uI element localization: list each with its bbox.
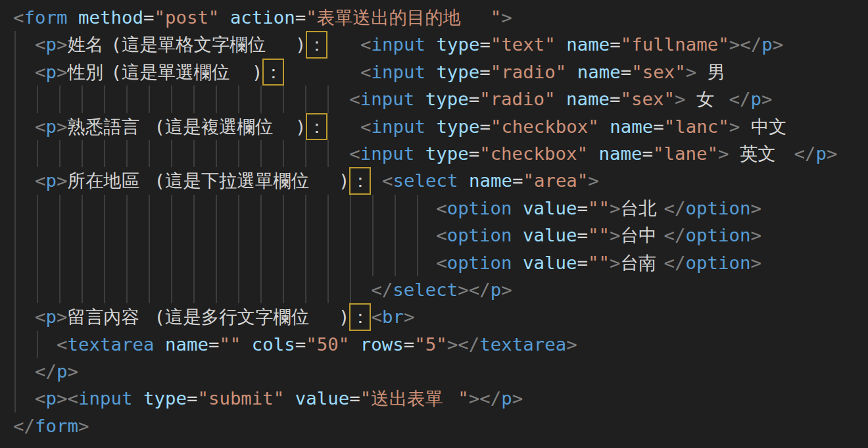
code-token: "text" bbox=[491, 34, 556, 55]
code-token bbox=[13, 225, 436, 245]
code-token: < bbox=[436, 225, 447, 245]
code-token: br bbox=[382, 307, 404, 327]
code-token bbox=[327, 116, 360, 137]
code-token: ( bbox=[154, 307, 165, 327]
code-token: </ bbox=[458, 334, 479, 355]
code-token: </ bbox=[479, 388, 501, 409]
code-token: < bbox=[371, 307, 382, 327]
code-token bbox=[588, 143, 599, 164]
code-token: </ bbox=[13, 416, 35, 436]
code-token: option bbox=[686, 225, 751, 245]
code-line-content: <p><input type="submit" value="送出表單"></p… bbox=[13, 388, 523, 409]
code-token: > bbox=[57, 62, 68, 82]
code-token: "sex" bbox=[631, 62, 685, 82]
code-token: option bbox=[447, 198, 512, 218]
code-token: rows bbox=[360, 334, 404, 355]
code-token: cols bbox=[252, 334, 295, 355]
code-token: < bbox=[35, 34, 46, 55]
code-token bbox=[425, 62, 437, 82]
code-token: < bbox=[436, 198, 447, 218]
code-token: 所在地區 bbox=[67, 167, 154, 194]
code-token: 英文 bbox=[740, 140, 783, 167]
code-line-content: <p>姓名(這是單格文字欄位)： <input type="text" name… bbox=[13, 34, 783, 55]
code-token bbox=[458, 170, 469, 191]
code-token: select bbox=[393, 280, 458, 300]
code-line-content: <p>熟悉語言(這是複選欄位)： <input type="checkbox" … bbox=[13, 116, 794, 137]
code-token: type bbox=[436, 62, 479, 82]
code-token: "lanc" bbox=[664, 116, 729, 137]
code-token: < bbox=[35, 388, 46, 409]
code-line-content: <form method="post" action="表單送出的目的地"> bbox=[13, 7, 512, 28]
code-token: ( bbox=[154, 116, 165, 137]
code-token: p bbox=[45, 116, 57, 137]
code-token: > bbox=[610, 253, 621, 273]
code-token: " bbox=[458, 388, 469, 409]
code-token bbox=[349, 334, 360, 355]
code-token: </ bbox=[664, 225, 686, 245]
code-token: value bbox=[523, 253, 577, 273]
code-token: > bbox=[57, 388, 68, 409]
code-token: 這是下拉選單欄位 bbox=[165, 167, 339, 194]
code-token: < bbox=[35, 116, 46, 137]
code-line-content: <p>所在地區(這是下拉選單欄位)： <select name="area"> bbox=[13, 170, 599, 191]
code-token: 女 bbox=[696, 86, 718, 112]
code-token bbox=[718, 89, 729, 109]
code-token: input bbox=[78, 388, 132, 409]
code-editor[interactable]: <form method="post" action="表單送出的目的地"> <… bbox=[0, 0, 868, 448]
code-line: <input type="radio" name="sex"> 女 </p> bbox=[13, 86, 868, 112]
code-token: 留言內容 bbox=[67, 303, 154, 330]
code-token: > bbox=[57, 116, 68, 137]
code-token: name bbox=[566, 89, 610, 109]
code-token: > bbox=[610, 198, 621, 218]
code-token bbox=[13, 170, 35, 191]
code-token: action bbox=[230, 7, 295, 28]
code-token bbox=[13, 143, 349, 164]
code-token bbox=[414, 89, 425, 109]
code-token: > bbox=[501, 280, 512, 300]
code-token bbox=[556, 34, 567, 55]
code-token: p bbox=[501, 388, 512, 409]
code-token bbox=[13, 116, 35, 137]
code-token bbox=[13, 388, 35, 409]
code-token: = bbox=[642, 143, 654, 164]
code-token: = bbox=[295, 7, 306, 28]
code-line: <input type="checkbox" name="lane"> 英文 <… bbox=[13, 140, 868, 167]
code-token: < bbox=[13, 7, 24, 28]
code-token: select bbox=[393, 170, 458, 191]
code-token: textarea bbox=[67, 334, 154, 355]
code-token bbox=[425, 116, 437, 137]
code-token bbox=[13, 34, 35, 55]
code-token: ( bbox=[110, 62, 122, 82]
code-token bbox=[729, 143, 740, 164]
code-token: name bbox=[469, 170, 512, 191]
code-token: "post" bbox=[154, 7, 219, 28]
code-line-content: </p> bbox=[13, 361, 78, 382]
code-token: option bbox=[686, 198, 751, 218]
code-token: > bbox=[57, 34, 68, 55]
code-token bbox=[154, 334, 165, 355]
code-token: = bbox=[143, 7, 155, 28]
code-token: type bbox=[143, 388, 187, 409]
code-token: "checkbox" bbox=[479, 143, 588, 164]
code-line: </form> bbox=[13, 412, 868, 439]
code-token: > bbox=[566, 334, 577, 355]
unicode-highlight-box: ： bbox=[349, 303, 371, 330]
code-token: p bbox=[45, 170, 57, 191]
code-token: < bbox=[360, 34, 372, 55]
code-token: = bbox=[469, 89, 480, 109]
code-token: > bbox=[512, 388, 523, 409]
code-line: </select></p> bbox=[13, 276, 868, 303]
code-line: <option value="">台北</option> bbox=[13, 195, 868, 222]
code-token: = bbox=[512, 170, 523, 191]
code-token bbox=[556, 89, 567, 109]
code-token bbox=[512, 225, 523, 245]
code-token: method bbox=[78, 7, 143, 28]
code-token: "submit" bbox=[197, 388, 284, 409]
code-token: </ bbox=[371, 280, 393, 300]
code-token: 這是多行文字欄位 bbox=[165, 303, 339, 330]
code-token: </ bbox=[740, 34, 761, 55]
code-token: option bbox=[447, 253, 512, 273]
code-token bbox=[686, 89, 697, 109]
code-token: 熟悉語言 bbox=[67, 113, 154, 140]
code-token: = bbox=[469, 143, 480, 164]
